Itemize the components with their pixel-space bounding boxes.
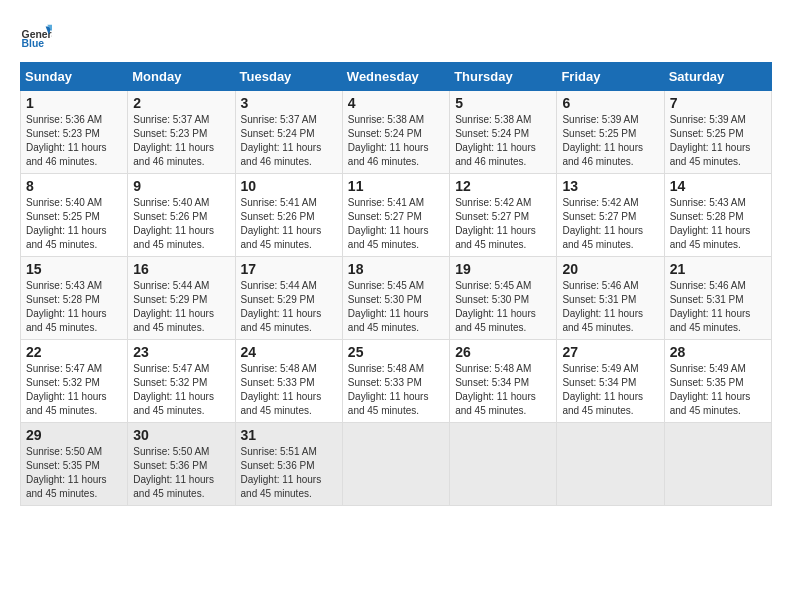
day-number: 8	[26, 178, 122, 194]
week-row-3: 15Sunrise: 5:43 AMSunset: 5:28 PMDayligh…	[21, 257, 772, 340]
calendar-cell: 4Sunrise: 5:38 AMSunset: 5:24 PMDaylight…	[342, 91, 449, 174]
day-info: Sunrise: 5:46 AMSunset: 5:31 PMDaylight:…	[670, 279, 766, 335]
day-number: 21	[670, 261, 766, 277]
day-number: 20	[562, 261, 658, 277]
day-info: Sunrise: 5:41 AMSunset: 5:26 PMDaylight:…	[241, 196, 337, 252]
day-info: Sunrise: 5:39 AMSunset: 5:25 PMDaylight:…	[670, 113, 766, 169]
day-info: Sunrise: 5:38 AMSunset: 5:24 PMDaylight:…	[348, 113, 444, 169]
day-info: Sunrise: 5:47 AMSunset: 5:32 PMDaylight:…	[26, 362, 122, 418]
calendar-cell: 14Sunrise: 5:43 AMSunset: 5:28 PMDayligh…	[664, 174, 771, 257]
day-number: 23	[133, 344, 229, 360]
calendar-cell: 1Sunrise: 5:36 AMSunset: 5:23 PMDaylight…	[21, 91, 128, 174]
day-info: Sunrise: 5:49 AMSunset: 5:34 PMDaylight:…	[562, 362, 658, 418]
day-info: Sunrise: 5:50 AMSunset: 5:35 PMDaylight:…	[26, 445, 122, 501]
day-info: Sunrise: 5:43 AMSunset: 5:28 PMDaylight:…	[26, 279, 122, 335]
day-info: Sunrise: 5:43 AMSunset: 5:28 PMDaylight:…	[670, 196, 766, 252]
day-info: Sunrise: 5:48 AMSunset: 5:33 PMDaylight:…	[241, 362, 337, 418]
calendar-cell: 29Sunrise: 5:50 AMSunset: 5:35 PMDayligh…	[21, 423, 128, 506]
calendar-cell	[557, 423, 664, 506]
day-info: Sunrise: 5:44 AMSunset: 5:29 PMDaylight:…	[241, 279, 337, 335]
header-friday: Friday	[557, 63, 664, 91]
day-info: Sunrise: 5:45 AMSunset: 5:30 PMDaylight:…	[455, 279, 551, 335]
day-number: 5	[455, 95, 551, 111]
calendar-cell: 7Sunrise: 5:39 AMSunset: 5:25 PMDaylight…	[664, 91, 771, 174]
day-info: Sunrise: 5:45 AMSunset: 5:30 PMDaylight:…	[348, 279, 444, 335]
day-number: 16	[133, 261, 229, 277]
day-number: 10	[241, 178, 337, 194]
calendar-cell: 11Sunrise: 5:41 AMSunset: 5:27 PMDayligh…	[342, 174, 449, 257]
header-saturday: Saturday	[664, 63, 771, 91]
calendar-cell: 21Sunrise: 5:46 AMSunset: 5:31 PMDayligh…	[664, 257, 771, 340]
calendar-cell: 18Sunrise: 5:45 AMSunset: 5:30 PMDayligh…	[342, 257, 449, 340]
day-number: 13	[562, 178, 658, 194]
day-number: 4	[348, 95, 444, 111]
day-info: Sunrise: 5:48 AMSunset: 5:34 PMDaylight:…	[455, 362, 551, 418]
day-number: 7	[670, 95, 766, 111]
header-tuesday: Tuesday	[235, 63, 342, 91]
day-number: 1	[26, 95, 122, 111]
header-thursday: Thursday	[450, 63, 557, 91]
calendar-cell	[450, 423, 557, 506]
calendar-cell: 20Sunrise: 5:46 AMSunset: 5:31 PMDayligh…	[557, 257, 664, 340]
header-wednesday: Wednesday	[342, 63, 449, 91]
calendar-cell: 30Sunrise: 5:50 AMSunset: 5:36 PMDayligh…	[128, 423, 235, 506]
logo: General Blue	[20, 20, 52, 52]
day-info: Sunrise: 5:50 AMSunset: 5:36 PMDaylight:…	[133, 445, 229, 501]
day-info: Sunrise: 5:41 AMSunset: 5:27 PMDaylight:…	[348, 196, 444, 252]
calendar-cell: 3Sunrise: 5:37 AMSunset: 5:24 PMDaylight…	[235, 91, 342, 174]
day-number: 11	[348, 178, 444, 194]
day-number: 28	[670, 344, 766, 360]
calendar-cell: 25Sunrise: 5:48 AMSunset: 5:33 PMDayligh…	[342, 340, 449, 423]
day-number: 31	[241, 427, 337, 443]
week-row-2: 8Sunrise: 5:40 AMSunset: 5:25 PMDaylight…	[21, 174, 772, 257]
week-row-5: 29Sunrise: 5:50 AMSunset: 5:35 PMDayligh…	[21, 423, 772, 506]
day-number: 17	[241, 261, 337, 277]
day-number: 2	[133, 95, 229, 111]
calendar-cell: 31Sunrise: 5:51 AMSunset: 5:36 PMDayligh…	[235, 423, 342, 506]
day-number: 12	[455, 178, 551, 194]
day-info: Sunrise: 5:48 AMSunset: 5:33 PMDaylight:…	[348, 362, 444, 418]
day-info: Sunrise: 5:51 AMSunset: 5:36 PMDaylight:…	[241, 445, 337, 501]
calendar-cell: 2Sunrise: 5:37 AMSunset: 5:23 PMDaylight…	[128, 91, 235, 174]
day-number: 15	[26, 261, 122, 277]
day-number: 24	[241, 344, 337, 360]
day-number: 18	[348, 261, 444, 277]
calendar-cell	[342, 423, 449, 506]
day-info: Sunrise: 5:49 AMSunset: 5:35 PMDaylight:…	[670, 362, 766, 418]
svg-text:Blue: Blue	[22, 38, 45, 49]
calendar-cell: 6Sunrise: 5:39 AMSunset: 5:25 PMDaylight…	[557, 91, 664, 174]
calendar-cell: 10Sunrise: 5:41 AMSunset: 5:26 PMDayligh…	[235, 174, 342, 257]
day-number: 30	[133, 427, 229, 443]
day-info: Sunrise: 5:39 AMSunset: 5:25 PMDaylight:…	[562, 113, 658, 169]
day-number: 27	[562, 344, 658, 360]
calendar-cell: 28Sunrise: 5:49 AMSunset: 5:35 PMDayligh…	[664, 340, 771, 423]
day-number: 25	[348, 344, 444, 360]
calendar-cell: 19Sunrise: 5:45 AMSunset: 5:30 PMDayligh…	[450, 257, 557, 340]
day-info: Sunrise: 5:36 AMSunset: 5:23 PMDaylight:…	[26, 113, 122, 169]
day-number: 29	[26, 427, 122, 443]
day-info: Sunrise: 5:42 AMSunset: 5:27 PMDaylight:…	[455, 196, 551, 252]
header: General Blue	[20, 20, 772, 52]
calendar-cell	[664, 423, 771, 506]
day-info: Sunrise: 5:40 AMSunset: 5:26 PMDaylight:…	[133, 196, 229, 252]
day-info: Sunrise: 5:44 AMSunset: 5:29 PMDaylight:…	[133, 279, 229, 335]
day-info: Sunrise: 5:37 AMSunset: 5:24 PMDaylight:…	[241, 113, 337, 169]
day-number: 14	[670, 178, 766, 194]
calendar-table: SundayMondayTuesdayWednesdayThursdayFrid…	[20, 62, 772, 506]
day-number: 26	[455, 344, 551, 360]
calendar-cell: 27Sunrise: 5:49 AMSunset: 5:34 PMDayligh…	[557, 340, 664, 423]
calendar-cell: 15Sunrise: 5:43 AMSunset: 5:28 PMDayligh…	[21, 257, 128, 340]
calendar-cell: 24Sunrise: 5:48 AMSunset: 5:33 PMDayligh…	[235, 340, 342, 423]
header-sunday: Sunday	[21, 63, 128, 91]
day-info: Sunrise: 5:38 AMSunset: 5:24 PMDaylight:…	[455, 113, 551, 169]
calendar-cell: 9Sunrise: 5:40 AMSunset: 5:26 PMDaylight…	[128, 174, 235, 257]
calendar-cell: 13Sunrise: 5:42 AMSunset: 5:27 PMDayligh…	[557, 174, 664, 257]
day-number: 22	[26, 344, 122, 360]
calendar-cell: 16Sunrise: 5:44 AMSunset: 5:29 PMDayligh…	[128, 257, 235, 340]
day-number: 9	[133, 178, 229, 194]
week-row-1: 1Sunrise: 5:36 AMSunset: 5:23 PMDaylight…	[21, 91, 772, 174]
calendar-cell: 26Sunrise: 5:48 AMSunset: 5:34 PMDayligh…	[450, 340, 557, 423]
calendar-cell: 22Sunrise: 5:47 AMSunset: 5:32 PMDayligh…	[21, 340, 128, 423]
day-number: 19	[455, 261, 551, 277]
calendar-cell: 12Sunrise: 5:42 AMSunset: 5:27 PMDayligh…	[450, 174, 557, 257]
